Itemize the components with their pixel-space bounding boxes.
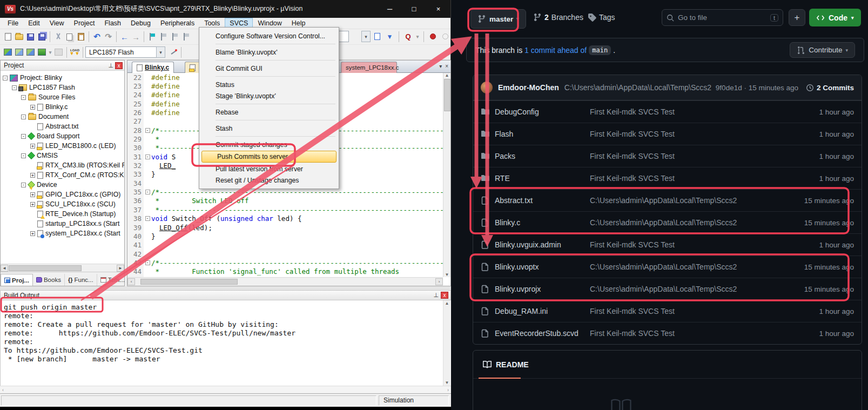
menu-edit[interactable]: Edit	[23, 18, 45, 29]
tree-item-target[interactable]: -LPC1857 Flash	[1, 83, 124, 92]
tree-item-group[interactable]: -Source Files	[1, 92, 124, 102]
scroll-down-icon[interactable]: ▼	[445, 272, 449, 277]
combo-dropdown-icon[interactable]: ▾	[361, 31, 371, 42]
save-icon[interactable]	[25, 31, 36, 42]
menu-peripherals[interactable]: Peripherals	[156, 18, 199, 29]
editor-vscrollbar[interactable]: ▲ ▼	[443, 73, 450, 277]
scroll-up-icon[interactable]: ▲	[445, 73, 449, 78]
go-to-file-input[interactable]: Go to file t	[662, 9, 783, 26]
file-row[interactable]: EventRecorderStub.scvdFirst Keil-mdk SVC…	[473, 322, 862, 344]
cut-icon[interactable]	[52, 31, 64, 42]
pin-icon[interactable]: ⊥	[433, 292, 439, 299]
batch-build-icon[interactable]	[36, 47, 48, 58]
menu-view[interactable]: View	[45, 18, 69, 29]
copy-icon[interactable]	[64, 31, 75, 42]
tab-templates[interactable]: Tem...	[97, 274, 129, 286]
tree-item-group[interactable]: -Document	[1, 112, 124, 122]
branch-selector-button[interactable]: master ▾	[470, 9, 526, 29]
find-in-files-icon[interactable]: Q	[402, 31, 414, 42]
download-icon[interactable]: LOAD▼▼	[69, 47, 80, 58]
tree-item-file[interactable]: +GPIO_LPC18xx.c (GPIO)	[1, 190, 124, 199]
find-caret-icon[interactable]: ▾	[415, 31, 420, 42]
readme-tab[interactable]: README	[473, 351, 862, 379]
tree-item-file[interactable]: +RTE_Device.h (Startup)	[1, 209, 124, 219]
panel-close-icon[interactable]: x	[441, 292, 448, 299]
scroll-right-icon[interactable]: ›	[447, 387, 449, 393]
menu-item-status[interactable]: Status	[200, 79, 338, 90]
add-new-button[interactable]: +	[789, 9, 805, 26]
target-caret-icon[interactable]: ▾	[156, 46, 165, 58]
build-output-vscrollbar[interactable]: ▲▼	[443, 300, 450, 386]
menu-item-stage[interactable]: Stage 'Blinky.uvoptx'	[200, 90, 338, 102]
navigate-back-icon[interactable]: ←	[119, 31, 130, 42]
tree-item-pack[interactable]: -CMSIS	[1, 151, 124, 160]
target-select[interactable]: LPC1857 Flash	[85, 46, 157, 58]
tree-item-file[interactable]: +system_LPC18xx.c (Start	[1, 228, 124, 238]
menu-item-pull-latest[interactable]: Pull latest version from server	[200, 163, 338, 174]
code-button[interactable]: Code ▾	[809, 9, 861, 26]
menu-debug[interactable]: Debug	[126, 18, 156, 29]
file-row[interactable]: Abstract.txtC:\Users\admin\AppData\Local…	[473, 189, 862, 211]
tree-item-file[interactable]: +LED_MCB1800.c (LED)	[1, 141, 124, 151]
pin-icon[interactable]: ⊥	[108, 62, 113, 69]
navigate-forward-icon[interactable]: →	[130, 31, 142, 42]
edit-document-icon[interactable]	[372, 31, 383, 42]
undo-icon[interactable]: ↶	[91, 31, 103, 42]
tab-project[interactable]: Proj...	[1, 274, 33, 286]
file-row[interactable]: PacksFirst Keil-mdk SVCS Test1 hour ago	[473, 145, 862, 167]
menu-item-configure-svcs[interactable]: Configure Software Version Control...	[200, 30, 338, 42]
manage-target-wand-icon[interactable]	[167, 47, 179, 58]
tree-item-file[interactable]: +SCU_LPC18xx.c (SCU)	[1, 199, 124, 209]
tree-item-pack[interactable]: -Board Support	[1, 131, 124, 141]
redo-icon[interactable]: ↷	[103, 31, 114, 42]
tab-close-icon[interactable]: ×	[445, 63, 448, 69]
avatar[interactable]	[481, 82, 493, 93]
menu-item-stash[interactable]: Stash	[200, 123, 338, 134]
menu-project[interactable]: Project	[69, 18, 100, 29]
new-file-icon[interactable]	[2, 31, 14, 42]
panel-close-icon[interactable]: x	[115, 62, 123, 69]
close-icon[interactable]: ×	[426, 0, 450, 18]
tab-books[interactable]: Books	[33, 274, 65, 286]
open-file-icon[interactable]	[14, 31, 25, 42]
bookmark-icon[interactable]	[146, 31, 158, 42]
commit-sha-time[interactable]: 9f0de1d · 15 minutes ago	[716, 84, 798, 92]
menu-file[interactable]: File	[3, 18, 23, 29]
menu-item-reset-git[interactable]: Reset git / Unstage changes	[200, 174, 338, 186]
scroll-left-icon[interactable]: ◄	[1, 265, 8, 272]
build-icon[interactable]	[14, 47, 25, 58]
panel-splitter[interactable]	[0, 286, 451, 290]
tags-link[interactable]: Tags	[588, 13, 615, 22]
bookmark-prev-icon[interactable]	[158, 31, 169, 42]
menu-item-rebase[interactable]: Rebase	[200, 106, 338, 118]
file-row[interactable]: RTEFirst Keil-mdk SVCS Test1 hour ago	[473, 167, 862, 189]
file-row[interactable]: Blinky.cC:\Users\admin\AppData\Local\Tem…	[473, 211, 862, 233]
tree-item-file[interactable]: +Blinky.c	[1, 102, 124, 112]
scroll-left-icon[interactable]: ‹	[2, 387, 4, 393]
contribute-button[interactable]: Contribute ▾	[790, 42, 855, 58]
build-output-hscrollbar[interactable]: ‹ ›	[0, 386, 451, 393]
maximize-icon[interactable]: □	[402, 0, 426, 18]
breakpoint-disabled-icon[interactable]	[440, 31, 451, 42]
tree-item-file[interactable]: +Abstract.txt	[1, 122, 124, 131]
menu-flash[interactable]: Flash	[99, 18, 126, 29]
scroll-right-icon[interactable]: ›	[435, 278, 443, 285]
tree-item-file[interactable]: +RTX_Conf_CM.c (RTOS:K	[1, 170, 124, 180]
file-row[interactable]: DebugConfigFirst Keil-mdk SVCS Test1 hou…	[473, 100, 862, 123]
branches-link[interactable]: 2Branches	[533, 13, 583, 22]
menu-item-commit-staged[interactable]: Commit staged changes	[200, 139, 338, 150]
load-arrow-icon[interactable]: ▼	[384, 31, 395, 42]
scroll-left-icon[interactable]: ‹	[127, 278, 135, 285]
commit-author[interactable]: Emdoor-MoChen	[498, 83, 559, 92]
breakpoint-icon[interactable]	[427, 31, 439, 42]
menu-item-blame[interactable]: Blame 'Blinky.uvoptx'	[200, 46, 338, 58]
tree-item-file[interactable]: +RTX_CM3.lib (RTOS:Keil R	[1, 160, 124, 170]
file-row[interactable]: FlashFirst Keil-mdk SVCS Test1 hour ago	[473, 123, 862, 145]
rebuild-icon[interactable]	[25, 47, 36, 58]
tab-list-caret-icon[interactable]: ▾	[439, 63, 442, 69]
tree-item-file[interactable]: +startup_LPC18xx.s (Start	[1, 219, 124, 228]
tab-functions[interactable]: {}Func...	[65, 274, 97, 286]
commits-ahead-link[interactable]: 1 commit ahead of	[524, 46, 587, 55]
file-row[interactable]: Debug_RAM.iniFirst Keil-mdk SVCS Test1 h…	[473, 300, 862, 322]
project-hscrollbar[interactable]: ◄ ►	[1, 264, 124, 272]
